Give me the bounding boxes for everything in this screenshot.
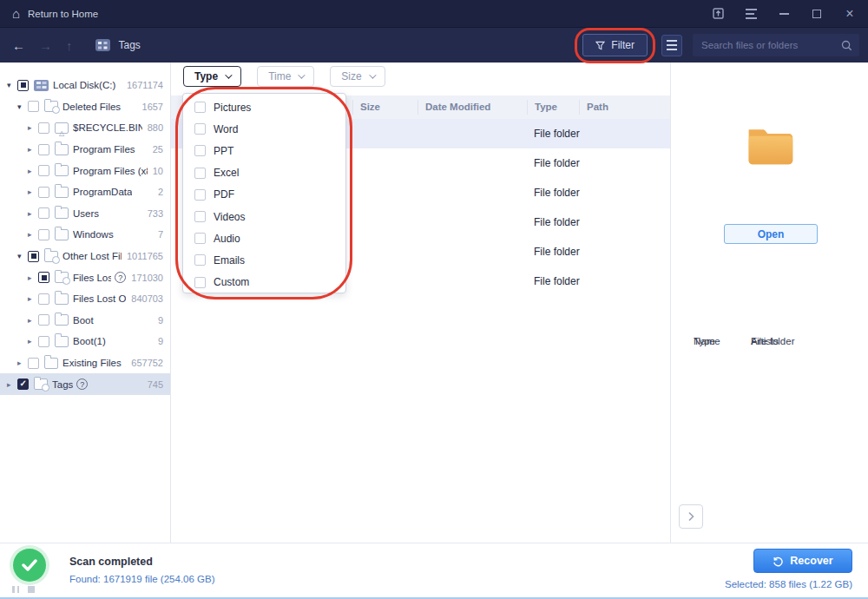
folder-icon [55,207,69,219]
tree-checkbox[interactable] [38,144,49,155]
recover-button[interactable]: Recover [753,549,852,573]
tree-item[interactable]: Boot 9 [0,310,170,332]
content-area: Local Disk(C:) 1671174 Deleted Files 165… [0,63,868,543]
open-button[interactable]: Open [724,224,818,244]
tree-item[interactable]: Users 733 [0,203,170,225]
list-view-icon[interactable] [661,35,682,56]
expand-arrow-icon[interactable] [28,167,38,175]
dropdown-option[interactable]: PDF [183,184,345,206]
tree-item[interactable]: Files Lost Origi... ? 171030 [0,267,170,288]
return-home-link[interactable]: Return to Home [28,9,98,19]
upgrade-icon[interactable] [712,8,724,20]
column-header[interactable]: Type [527,100,579,115]
tree-item[interactable]: $RECYCLE.BIN 880 [0,117,170,139]
stop-icon[interactable] [28,586,35,593]
expand-arrow-icon[interactable] [28,294,38,303]
search-icon[interactable] [841,40,852,51]
dropdown-option[interactable]: Emails [183,249,345,271]
expand-arrow-icon[interactable] [28,337,38,346]
detail-label: Type [671,336,751,346]
tree-checkbox[interactable] [28,101,39,112]
tree-item[interactable]: Boot(1) 9 [0,331,170,352]
tree-item[interactable]: Deleted Files 1657 [0,96,170,118]
tree-checkbox[interactable] [38,272,49,283]
option-checkbox[interactable] [194,211,206,222]
expand-arrow-icon[interactable] [28,316,38,325]
filter-chip[interactable]: Type [183,66,241,87]
filter-chip[interactable]: Size [330,66,385,87]
up-arrow-icon[interactable]: ↑ [66,38,73,53]
column-header[interactable]: Date Modified [418,100,527,115]
tree-item[interactable]: Program Files 25 [0,139,170,161]
tree-checkbox[interactable] [28,358,39,369]
tree-checkbox[interactable] [28,251,39,262]
option-checkbox[interactable] [194,102,206,113]
expand-arrow-icon[interactable] [7,81,17,89]
pause-icon[interactable] [12,586,19,593]
tree-item[interactable]: ProgramData 2 [0,181,170,203]
expand-arrow-icon[interactable] [28,230,38,239]
tree-item[interactable]: Windows 7 [0,224,170,246]
tree-checkbox[interactable] [38,293,49,305]
tree-checkbox[interactable] [38,207,49,219]
help-icon[interactable]: ? [76,378,88,390]
tree-checkbox[interactable] [38,336,49,347]
option-checkbox[interactable] [194,123,206,135]
expand-arrow-icon[interactable] [28,145,38,154]
dropdown-caret [608,55,622,69]
tree-item[interactable]: Local Disk(C:) 1671174 [0,75,170,96]
tree-checkbox[interactable] [38,229,49,240]
option-checkbox[interactable] [194,277,206,288]
dropdown-option[interactable]: PPT [183,140,345,161]
dropdown-option[interactable]: Pictures [183,96,345,118]
option-checkbox[interactable] [194,254,206,266]
forward-arrow-icon[interactable]: → [39,38,52,53]
next-page-button[interactable] [679,504,703,529]
restore-icon [773,556,784,567]
tree-item-count: 745 [142,379,163,390]
dropdown-option[interactable]: Custom [183,272,345,293]
expand-arrow-icon[interactable] [7,380,17,389]
tree-item[interactable]: Existing Files 657752 [0,352,170,374]
tree-item[interactable]: Other Lost Files 1011765 [0,246,170,267]
tree-item[interactable]: Tags ? 745 [0,373,170,395]
tree-checkbox[interactable] [38,165,49,176]
home-icon[interactable]: ⌂ [12,7,20,20]
option-checkbox[interactable] [194,145,206,156]
dropdown-option[interactable]: Audio [183,227,345,249]
tree-item[interactable]: Program Files (x86) 10 [0,160,170,181]
tree-checkbox[interactable] [38,314,49,326]
chevron-right-icon [686,511,696,522]
dropdown-option[interactable]: Word [183,118,345,140]
maximize-button[interactable] [811,8,823,20]
column-header[interactable]: Size [352,100,418,115]
menu-icon[interactable] [745,8,757,20]
option-checkbox[interactable] [194,189,206,201]
tree-item-label: Boot [73,315,94,326]
filter-chip-label: Type [194,70,218,82]
expand-arrow-icon[interactable] [28,209,38,218]
minimize-button[interactable] [778,8,790,20]
dropdown-option[interactable]: Excel [183,162,345,184]
close-button[interactable]: × [844,8,856,20]
option-checkbox[interactable] [194,233,206,244]
option-checkbox[interactable] [194,168,206,179]
column-header[interactable]: Path [579,100,670,115]
back-arrow-icon[interactable]: ← [12,38,25,53]
tree-checkbox[interactable] [38,187,49,198]
expand-arrow-icon[interactable] [28,188,38,196]
expand-arrow-icon[interactable] [28,123,38,132]
search-input[interactable] [701,40,841,50]
tree-checkbox[interactable] [17,378,29,390]
expand-arrow-icon[interactable] [17,359,28,367]
filter-chip[interactable]: Time [257,66,314,87]
expand-arrow-icon[interactable] [17,102,28,111]
tree-item[interactable]: Files Lost Original ... 840703 [0,288,170,310]
expand-arrow-icon[interactable] [28,273,38,282]
expand-arrow-icon[interactable] [17,252,28,260]
tree-checkbox[interactable] [38,122,49,134]
dropdown-option[interactable]: Videos [183,206,345,227]
filter-button[interactable]: Filter [582,34,648,56]
help-icon[interactable]: ? [115,272,126,283]
tree-checkbox[interactable] [17,80,29,91]
